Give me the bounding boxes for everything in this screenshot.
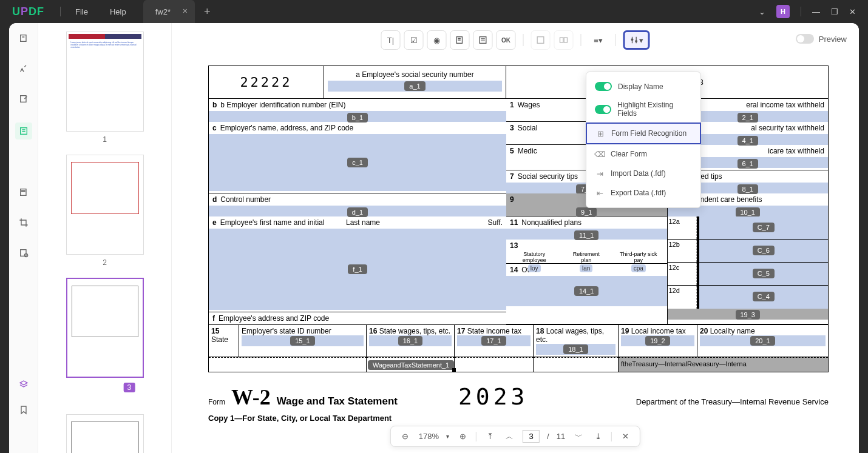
field-9-1[interactable]: 9_1 [576, 207, 597, 217]
maximize-icon[interactable]: ❐ [831, 7, 838, 16]
last-page-icon[interactable]: ⤓ [592, 432, 604, 441]
zoom-in-icon[interactable]: ⊕ [456, 432, 469, 441]
listbox-tool[interactable] [473, 30, 493, 50]
bottom-nav-bar: ⊖ 178% ▾ ⊕ ⤒ ︿ / 11 ﹀ ⤓ ✕ [390, 426, 640, 447]
box-22222: 22222 [209, 66, 324, 98]
dd-export-data[interactable]: ⇤Export Data (.fdf) [586, 183, 700, 203]
field-c6[interactable]: C_6 [753, 246, 775, 255]
preview-toggle[interactable]: Preview [796, 34, 847, 44]
field-b1[interactable]: b_1 [347, 113, 368, 122]
form-settings-tool[interactable]: ▾ [623, 30, 650, 50]
field-10-1[interactable]: 10_1 [736, 207, 760, 217]
dd-display-name[interactable]: Display Name [586, 77, 700, 96]
thumbnail-page-1[interactable]: Lorem ipsum dolor sit amet consectetur a… [66, 32, 144, 132]
field-11-1[interactable]: 11_1 [574, 230, 598, 240]
dd-clear-form[interactable]: ⌫Clear Form [586, 144, 700, 164]
menu-file[interactable]: File [64, 7, 99, 16]
box-b: bb Employer identification number (EIN) … [209, 99, 506, 122]
page-input[interactable] [523, 430, 540, 443]
document-tab[interactable]: fw2* × [143, 0, 195, 23]
field-c1[interactable]: c_1 [347, 158, 368, 167]
field-13-3[interactable]: cpa [631, 264, 646, 272]
field-16-1[interactable]: 16_1 [398, 336, 422, 346]
crop-tool-icon[interactable] [17, 216, 30, 229]
thumbnail-number-3: 3 [124, 383, 135, 392]
chevron-down-icon[interactable]: ⌄ [759, 7, 765, 16]
field-19-2[interactable]: 19_2 [645, 336, 670, 346]
field-13-2[interactable]: lan [580, 264, 592, 272]
dd-import-data[interactable]: ⇥Import Data (.fdf) [586, 164, 700, 183]
field-8-1[interactable]: 8_1 [737, 184, 758, 194]
field-6-1[interactable]: 6_1 [737, 159, 758, 169]
field-20-1[interactable]: 20_1 [750, 336, 775, 346]
signature-tool[interactable] [554, 30, 574, 50]
field-2-1[interactable]: 2_1 [737, 113, 758, 122]
toggle-on-icon[interactable] [595, 82, 612, 91]
avatar[interactable]: H [776, 5, 790, 18]
svg-rect-17 [560, 38, 563, 42]
field-f1[interactable]: f_1 [348, 264, 367, 274]
checkbox-tool[interactable]: ☑ [404, 30, 424, 50]
w2-form: 22222 a Employee's social security numbe… [208, 65, 829, 423]
field-13-1[interactable]: loy [528, 264, 541, 272]
tab-title: fw2* [155, 7, 171, 16]
switch-icon[interactable] [796, 34, 814, 44]
box-d: dControl number d_1 [209, 193, 506, 216]
svg-rect-16 [537, 37, 544, 44]
form-tool-icon[interactable] [15, 122, 32, 139]
thumbnail-page-2[interactable] [66, 155, 144, 255]
field-4-1[interactable]: 4_1 [737, 136, 758, 146]
toggle-on-icon[interactable] [595, 105, 611, 114]
svg-rect-8 [20, 250, 25, 257]
image-tool[interactable] [531, 30, 551, 50]
new-tab-button[interactable]: + [204, 5, 211, 18]
svg-rect-6 [20, 189, 25, 196]
field-c7[interactable]: C_7 [753, 223, 775, 232]
radio-tool[interactable]: ◉ [427, 30, 447, 50]
field-c4[interactable]: C_4 [753, 292, 775, 301]
field-14-1[interactable]: 14_1 [574, 286, 598, 296]
svg-rect-2 [20, 96, 25, 102]
comment-tool-icon[interactable] [17, 62, 30, 75]
align-tool[interactable]: ≡▾ [589, 30, 608, 50]
close-icon[interactable]: × [183, 6, 188, 16]
thumbnail-number-1: 1 [44, 135, 165, 144]
protect-tool-icon[interactable] [17, 246, 30, 260]
dropdown-tool[interactable] [450, 30, 470, 50]
reader-tool-icon[interactable] [17, 32, 30, 45]
menu-help[interactable]: Help [99, 7, 137, 16]
thumbnail-page-4[interactable] [66, 414, 144, 453]
zoom-out-icon[interactable]: ⊖ [399, 432, 412, 441]
svg-rect-18 [564, 38, 567, 42]
prev-page-icon[interactable]: ︿ [503, 431, 515, 442]
box-a: a Employee's social security number a_1 [324, 66, 506, 98]
recognition-icon: ⊞ [595, 129, 605, 138]
minimize-icon[interactable]: ― [812, 7, 820, 16]
edit-tool-icon[interactable] [17, 92, 30, 106]
field-d1[interactable]: d_1 [347, 207, 368, 217]
thumbnail-number-2: 2 [44, 258, 165, 267]
app-logo: UPDF [0, 5, 56, 18]
field-18-1[interactable]: 18_1 [563, 344, 588, 354]
field-15-1[interactable]: 15_1 [290, 336, 314, 346]
next-page-icon[interactable]: ﹀ [572, 431, 585, 442]
box-c: cEmployer's name, address, and ZIP code … [209, 122, 506, 193]
field-wage-stmt[interactable]: WageandTaxStatement_1 [368, 360, 454, 370]
dd-highlight-fields[interactable]: Highlight Existing Fields [586, 96, 700, 122]
field-17-1[interactable]: 17_1 [481, 336, 506, 346]
dd-form-recognition[interactable]: ⊞Form Field Recognition [586, 122, 701, 144]
import-icon: ⇥ [595, 169, 605, 178]
field-a1[interactable]: a_1 [404, 81, 425, 91]
first-page-icon[interactable]: ⤒ [484, 432, 496, 441]
zoom-dropdown-icon[interactable]: ▾ [446, 433, 449, 440]
bookmark-icon[interactable] [17, 403, 30, 417]
close-window-icon[interactable]: ✕ [849, 7, 856, 16]
button-tool[interactable]: OK [497, 30, 516, 50]
thumbnail-page-3[interactable] [66, 278, 144, 378]
layers-icon[interactable] [17, 378, 30, 391]
close-bar-icon[interactable]: ✕ [619, 432, 631, 441]
field-19-3[interactable]: 19_3 [736, 310, 760, 320]
text-field-tool[interactable]: T| [381, 30, 401, 50]
field-c5[interactable]: C_5 [753, 269, 775, 278]
organize-tool-icon[interactable] [17, 186, 30, 199]
